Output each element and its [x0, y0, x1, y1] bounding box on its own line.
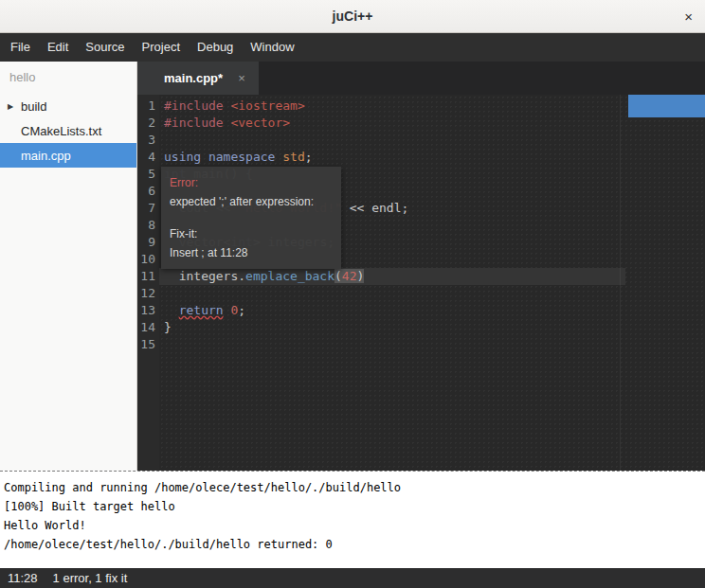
menu-item-source[interactable]: Source	[77, 33, 133, 62]
menu-bar: FileEditSourceProjectDebugWindow	[0, 33, 705, 62]
right-margin-line	[620, 95, 621, 471]
app-window: juCi++ × FileEditSourceProjectDebugWindo…	[0, 0, 705, 588]
terminal-line: Compiling and running /home/olece/test/h…	[4, 478, 701, 497]
code-segment: emplace_back	[245, 269, 334, 283]
code-segment: #include	[164, 116, 230, 130]
code-area[interactable]: #include <iostream>#include <vector>usin…	[159, 95, 705, 471]
main-content: hello ▶buildCMakeLists.txtmain.cpp main.…	[0, 62, 705, 471]
tree-item-label: main.cpp	[21, 149, 71, 163]
project-name: hello	[0, 62, 136, 94]
code-segment: std	[282, 150, 304, 164]
line-number: 10	[137, 251, 155, 268]
tab-bar: main.cpp*×	[137, 62, 705, 95]
tree-item-cmakelists.txt[interactable]: CMakeLists.txt	[0, 118, 136, 143]
line-number: 15	[137, 336, 155, 353]
tab-main.cpp[interactable]: main.cpp*×	[137, 62, 259, 95]
tooltip-spacer	[170, 211, 333, 224]
code-line-4[interactable]: using namespace std;	[159, 149, 705, 166]
menu-item-edit[interactable]: Edit	[39, 33, 77, 62]
code-segment: }	[164, 320, 172, 334]
code-line-2[interactable]: #include <vector>	[159, 115, 705, 132]
code-segment: (	[334, 269, 342, 283]
code-segment: ;	[238, 303, 245, 317]
tree-item-label: build	[21, 99, 46, 114]
editor[interactable]: 123456789101112131415 #include <iostream…	[137, 95, 705, 471]
line-number: 8	[137, 217, 155, 234]
tooltip-fixit-text: Insert ; at 11:28	[170, 243, 333, 262]
code-segment: #include	[164, 98, 230, 113]
window-title: juCi++	[333, 9, 373, 24]
line-number: 13	[137, 302, 155, 319]
status-bar: 11:28 1 error, 1 fix it	[0, 568, 705, 588]
line-number: 5	[137, 166, 155, 183]
code-segment: <iostream>	[230, 98, 304, 113]
line-number: 2	[137, 115, 155, 132]
code-line-1[interactable]: #include <iostream>	[159, 98, 705, 115]
editor-pane: main.cpp*× 123456789101112131415 #includ…	[137, 62, 705, 471]
tooltip-error-label: Error:	[170, 173, 333, 192]
close-icon[interactable]: ×	[684, 9, 693, 25]
cursor-position: 11:28	[8, 571, 38, 585]
line-number: 9	[137, 234, 155, 251]
scroll-overview-indicator[interactable]	[628, 95, 705, 117]
menu-item-project[interactable]: Project	[134, 33, 189, 62]
terminal-output[interactable]: Compiling and running /home/olece/test/h…	[0, 471, 705, 568]
error-summary: 1 error, 1 fix it	[53, 571, 128, 585]
diagnostic-tooltip: Error: expected ';' after expression: Fi…	[161, 167, 341, 269]
line-number: 6	[137, 183, 155, 200]
file-tree: ▶buildCMakeLists.txtmain.cpp	[0, 94, 136, 168]
code-segment: return	[179, 303, 224, 317]
code-segment: using namespace	[164, 150, 275, 164]
tab-close-icon[interactable]: ×	[238, 71, 245, 85]
code-segment: 42	[342, 269, 357, 283]
line-number: 7	[137, 200, 155, 217]
code-segment: << endl;	[342, 201, 408, 215]
menu-item-file[interactable]: File	[2, 33, 39, 62]
terminal-line: Hello World!	[4, 516, 701, 535]
code-line-12[interactable]	[159, 285, 705, 302]
tree-item-label: CMakeLists.txt	[21, 124, 101, 138]
title-bar: juCi++ ×	[0, 0, 705, 33]
tree-item-main.cpp[interactable]: main.cpp	[0, 143, 136, 168]
code-line-15[interactable]	[159, 336, 705, 353]
tooltip-fixit-label: Fix-it:	[170, 224, 333, 243]
code-segment: ;	[305, 150, 313, 164]
code-line-11[interactable]: integers.emplace_back(42)	[159, 268, 625, 285]
code-segment: )	[357, 269, 365, 283]
code-segment	[164, 303, 179, 317]
line-number: 14	[137, 319, 155, 336]
terminal-line: /home/olece/test/hello/./build/hello ret…	[4, 535, 701, 554]
code-line-3[interactable]	[159, 132, 705, 149]
line-number: 3	[137, 132, 155, 149]
menu-item-debug[interactable]: Debug	[189, 33, 242, 62]
menu-item-window[interactable]: Window	[242, 33, 302, 62]
line-numbers: 123456789101112131415	[137, 95, 159, 471]
line-number: 11	[137, 268, 155, 285]
code-segment: <vector>	[230, 116, 290, 130]
line-number: 1	[137, 98, 155, 115]
line-number: 4	[137, 149, 155, 166]
code-line-14[interactable]: }	[159, 319, 705, 336]
tab-label: main.cpp*	[164, 71, 223, 85]
tree-item-build[interactable]: ▶build	[0, 94, 136, 118]
code-segment: integers.	[164, 269, 245, 283]
line-number: 12	[137, 285, 155, 302]
expander-icon[interactable]: ▶	[8, 102, 13, 111]
tooltip-error-text: expected ';' after expression:	[170, 192, 333, 211]
code-line-13[interactable]: return 0;	[159, 302, 705, 319]
sidebar: hello ▶buildCMakeLists.txtmain.cpp	[0, 62, 137, 471]
terminal-line: [100%] Built target hello	[4, 497, 701, 516]
